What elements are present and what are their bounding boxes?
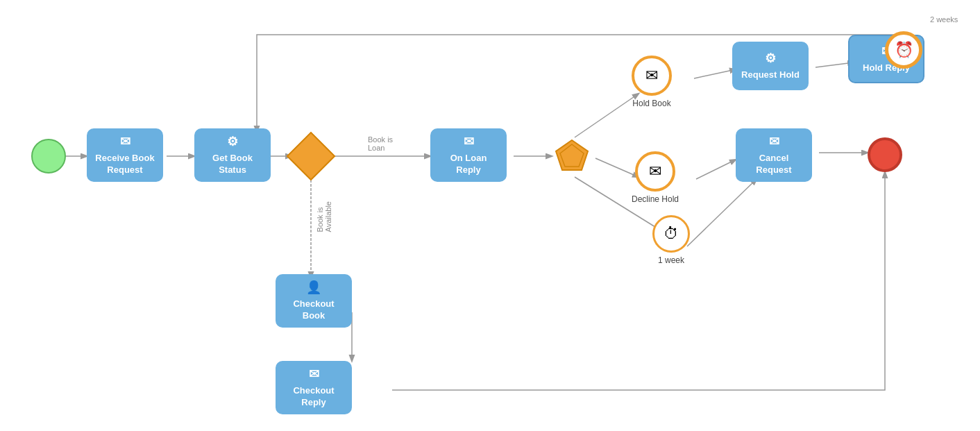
on-loan-reply-node[interactable]: ✉ On Loan Reply bbox=[430, 128, 507, 182]
book-is-loan-label: Book isLoan bbox=[368, 135, 393, 152]
envelope-icon2: ✉ bbox=[464, 134, 474, 150]
timer-1week-label: 1 week bbox=[658, 255, 684, 267]
request-hold-node[interactable]: ⚙ Request Hold bbox=[732, 42, 809, 90]
receive-book-request-node[interactable]: ✉ Receive Book Request bbox=[87, 128, 163, 182]
checkout-book-box[interactable]: 👤 Checkout Book bbox=[276, 274, 352, 328]
end-event-node bbox=[868, 137, 902, 172]
svg-line-12 bbox=[696, 160, 736, 179]
timer-2weeks-circle: ⏰ bbox=[885, 31, 922, 69]
get-book-status-node[interactable]: ⚙ Get BookStatus bbox=[194, 128, 271, 182]
decline-hold-wrap[interactable]: ✉ Decline Hold bbox=[632, 151, 679, 205]
gateway1-diamond bbox=[287, 132, 336, 181]
book-is-available-text: Book isAvailable bbox=[316, 201, 332, 232]
cancel-request-node[interactable]: ✉ Cancel Request bbox=[736, 128, 812, 182]
end-circle bbox=[868, 137, 902, 172]
checkout-book-label: Checkout Book bbox=[282, 298, 345, 322]
on-loan-reply-label: On Loan Reply bbox=[437, 153, 500, 176]
gear-icon2: ⚙ bbox=[765, 51, 776, 67]
user-icon: 👤 bbox=[306, 280, 321, 296]
request-hold-label: Request Hold bbox=[741, 69, 800, 81]
receive-book-request-label: Receive Book Request bbox=[94, 153, 156, 176]
checkout-reply-label: Checkout Reply bbox=[282, 385, 345, 409]
hold-book-wrap[interactable]: ✉ Hold Book bbox=[632, 56, 672, 110]
checkout-reply-box[interactable]: ✉ Checkout Reply bbox=[276, 361, 352, 414]
request-hold-box[interactable]: ⚙ Request Hold bbox=[732, 42, 809, 90]
decline-hold-node[interactable]: ✉ Decline Hold bbox=[632, 151, 679, 205]
get-book-status-label: Get BookStatus bbox=[212, 153, 253, 176]
cancel-request-box[interactable]: ✉ Cancel Request bbox=[736, 128, 812, 182]
envelope-icon4: ✉ bbox=[769, 134, 779, 150]
two-weeks-text: 2 weeks bbox=[930, 15, 958, 24]
timer-1week-circle: ⏱ bbox=[652, 215, 690, 253]
svg-line-10 bbox=[694, 69, 736, 78]
book-is-available-label: Book isAvailable bbox=[316, 201, 332, 233]
svg-line-13 bbox=[687, 179, 757, 246]
start-circle bbox=[31, 139, 66, 174]
on-loan-reply-box[interactable]: ✉ On Loan Reply bbox=[430, 128, 507, 182]
gateway2-pentagon-svg bbox=[555, 139, 589, 174]
book-is-loan-text: Book isLoan bbox=[368, 135, 393, 152]
hold-book-node[interactable]: ✉ Hold Book bbox=[632, 56, 672, 110]
timer-2weeks-node: ⏰ bbox=[885, 31, 922, 69]
gateway1-wrap bbox=[290, 135, 332, 177]
svg-line-7 bbox=[575, 94, 639, 137]
two-weeks-label: 2 weeks bbox=[930, 15, 958, 24]
start-event bbox=[31, 139, 66, 174]
timer-1week-node: ⏱ 1 week bbox=[652, 215, 690, 267]
decline-hold-circle: ✉ bbox=[635, 151, 675, 192]
checkout-book-node[interactable]: 👤 Checkout Book bbox=[276, 274, 352, 328]
gateway1-node bbox=[290, 135, 332, 177]
envelope-icon: ✉ bbox=[120, 134, 130, 150]
decline-hold-label: Decline Hold bbox=[632, 194, 679, 205]
timer-1week-wrap: ⏱ 1 week bbox=[652, 215, 690, 267]
hold-book-circle: ✉ bbox=[632, 56, 672, 96]
hold-book-label: Hold Book bbox=[632, 99, 670, 110]
gear-icon: ⚙ bbox=[227, 134, 238, 150]
gateway2-wrap bbox=[552, 137, 591, 176]
receive-book-request-box[interactable]: ✉ Receive Book Request bbox=[87, 128, 163, 182]
bpmn-diagram: ✉ Receive Book Request ⚙ Get BookStatus … bbox=[0, 0, 980, 431]
envelope-icon5: ✉ bbox=[309, 366, 319, 382]
cancel-request-label: Cancel Request bbox=[743, 153, 805, 176]
checkout-reply-node[interactable]: ✉ Checkout Reply bbox=[276, 361, 352, 414]
get-book-status-box[interactable]: ⚙ Get BookStatus bbox=[194, 128, 271, 182]
gateway2-node bbox=[552, 137, 591, 176]
